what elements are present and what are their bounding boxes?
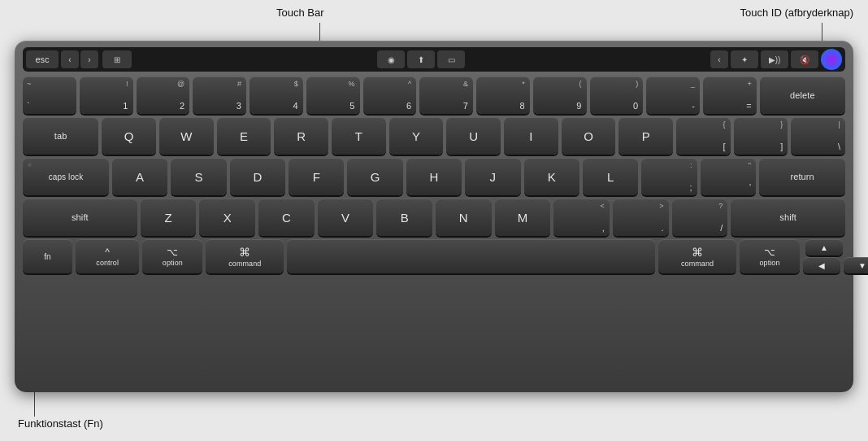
key-b[interactable]: B [376,199,432,236]
key-c[interactable]: C [258,199,315,236]
key-u[interactable]: U [446,117,501,155]
key-delete[interactable]: delete [760,76,845,114]
key-slash[interactable]: ? / [672,199,728,236]
key-return[interactable]: return [759,158,845,195]
control-label: control [96,259,119,267]
tb-back-key[interactable]: ‹ [61,50,79,68]
touch-bar: esc ‹ › ⊞ ◉ ⬆ ▭ ‹ ✦ ▶)) 🔇 [23,47,845,72]
key-l[interactable]: L [583,158,638,195]
key-e[interactable]: E [217,117,271,155]
tb-brightness-key[interactable]: ✦ [731,50,758,68]
command-l-symbol: ⌘ [239,246,250,259]
key-grave[interactable]: ~ ` [23,76,76,114]
key-command-left[interactable]: ⌘ command [206,239,284,273]
key-1[interactable]: ! 1 [80,76,133,114]
key-r[interactable]: R [274,117,328,155]
key-rows: ~ ` ! 1 @ 2 # 3 $ 4 % 5 [23,76,845,273]
key-arrow-left[interactable]: ◀ [803,257,840,273]
tb-share-key[interactable]: ⬆ [407,50,435,68]
row-zxcv: shift Z X C V B N M < , > . ? / shift [23,199,845,236]
row-qwerty: tab Q W E R T Y U I O P { [ } ] | \ [23,117,845,155]
key-9[interactable]: ( 9 [533,76,587,114]
key-f[interactable]: F [289,158,344,195]
key-arrow-down[interactable]: ▼ [844,257,868,273]
option-l-label: option [163,259,183,267]
option-l-symbol: ⌥ [167,247,178,258]
key-k[interactable]: K [524,158,579,195]
key-4[interactable]: $ 4 [250,76,303,114]
tb-eye-key[interactable]: ◉ [377,50,405,68]
key-t[interactable]: T [332,117,386,155]
touch-bar-annotation: Touch Bar [276,7,324,19]
key-command-right[interactable]: ⌘ command [658,239,736,273]
key-quote[interactable]: " ' [701,158,756,195]
key-w[interactable]: W [159,117,214,155]
key-z[interactable]: Z [141,199,197,236]
option-r-symbol: ⌥ [764,247,775,258]
key-p[interactable]: P [618,117,673,155]
fn-annotation: Funktionstast (Fn) [18,417,103,430]
row-number: ~ ` ! 1 @ 2 # 3 $ 4 % 5 [23,76,845,114]
caps-indicator [28,163,32,167]
tb-esc-key[interactable]: esc [26,50,59,68]
key-bracket-l[interactable]: { [ [676,117,731,155]
key-control[interactable]: ^ control [76,239,139,273]
tb-nav: ‹ › [61,50,100,68]
key-x[interactable]: X [199,199,255,236]
key-bracket-r[interactable]: } ] [734,117,788,155]
key-shift-left[interactable]: shift [23,199,137,236]
key-h[interactable]: H [406,158,462,195]
key-equals[interactable]: + = [703,76,757,114]
key-8[interactable]: * 8 [476,76,530,114]
key-comma[interactable]: < , [553,199,610,236]
tb-siri-key[interactable] [821,49,842,70]
key-s[interactable]: S [171,158,226,195]
tb-forward-key[interactable]: › [80,50,98,68]
key-j[interactable]: J [465,158,520,195]
key-shift-right[interactable]: shift [731,199,845,236]
key-n[interactable]: N [436,199,492,236]
row-bottom: fn ^ control ⌥ option ⌘ command [23,239,845,273]
key-option-left[interactable]: ⌥ option [142,239,202,273]
key-3[interactable]: # 3 [193,76,246,114]
key-arrow-up[interactable]: ▲ [805,239,843,255]
keyboard: esc ‹ › ⊞ ◉ ⬆ ▭ ‹ ✦ ▶)) 🔇 ~ ` ! 1 @ [15,41,853,392]
touch-id-annotation: Touch ID (afbryderknap) [740,7,853,19]
key-space[interactable] [287,239,655,273]
key-minus[interactable]: _ - [646,76,700,114]
key-q[interactable]: Q [102,117,156,155]
key-fn[interactable]: fn [23,239,72,273]
key-g[interactable]: G [347,158,402,195]
key-a[interactable]: A [112,158,167,195]
key-tab[interactable]: tab [23,117,98,155]
key-option-right[interactable]: ⌥ option [740,239,800,273]
command-r-symbol: ⌘ [692,246,703,259]
key-7[interactable]: & 7 [419,76,473,114]
key-backslash[interactable]: | \ [791,117,845,155]
tb-strip-key[interactable]: ▭ [437,50,465,68]
key-m[interactable]: M [495,199,551,236]
tb-mute-key[interactable]: 🔇 [791,50,818,68]
arrow-key-group: ▲ ◀ ▼ ▶ [803,239,845,273]
row-asdf: caps lock A S D F G H J K L : ; " ' retu… [23,158,845,195]
key-6[interactable]: ^ 6 [363,76,417,114]
key-0[interactable]: ) 0 [590,76,644,114]
key-i[interactable]: I [504,117,558,155]
command-r-label: command [681,260,714,268]
tb-grid-key[interactable]: ⊞ [102,50,132,68]
control-symbol: ^ [105,247,110,258]
tb-chevron-key[interactable]: ‹ [710,50,728,68]
option-r-label: option [759,259,779,267]
key-y[interactable]: Y [389,117,444,155]
key-d[interactable]: D [230,158,285,195]
key-5[interactable]: % 5 [306,76,360,114]
key-caps-lock[interactable]: caps lock [23,158,109,195]
key-v[interactable]: V [318,199,374,236]
key-2[interactable]: @ 2 [137,76,190,114]
command-l-label: command [228,260,261,268]
key-period[interactable]: > . [613,199,669,236]
key-o[interactable]: O [562,117,616,155]
key-semicolon[interactable]: : ; [641,158,697,195]
tb-volume-key[interactable]: ▶)) [761,50,788,68]
